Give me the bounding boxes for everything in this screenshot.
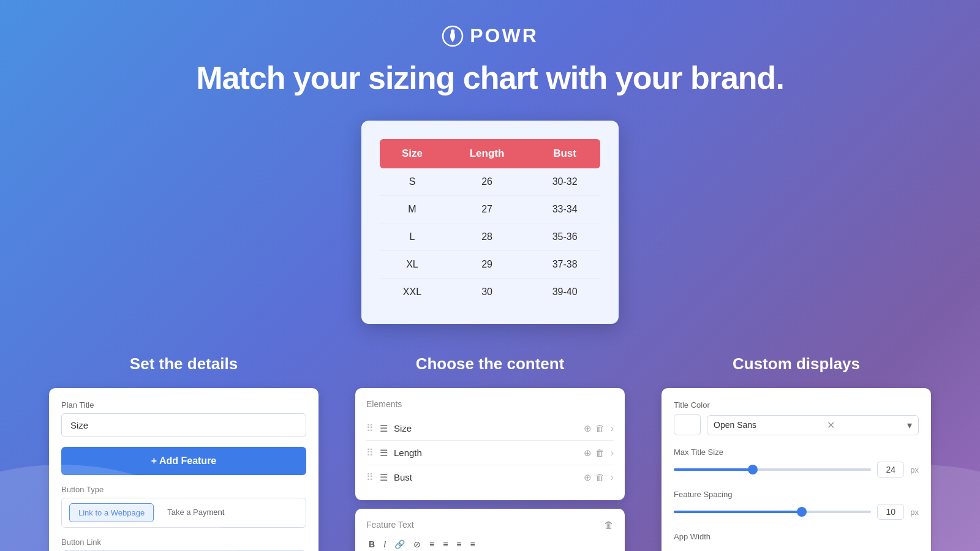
feature-text-card: Feature Text 🗑 B I 🔗 ⊘ ≡ ≡ ≡ ≡ Normal <box>355 509 625 551</box>
max-title-value[interactable]: 24 <box>877 462 904 478</box>
table-row: L2835-36 <box>380 223 600 251</box>
delete-icon[interactable]: 🗑 <box>595 423 605 434</box>
table-card: Size Length Bust S2630-32M2733-34L2835-3… <box>361 121 619 324</box>
title-color-swatch[interactable] <box>674 414 701 435</box>
button-type-group: Button Type Link to a Webpage Take a Pay… <box>61 485 306 528</box>
feature-spacing-slider-thumb[interactable] <box>797 507 807 517</box>
font-select-area[interactable]: Open Sans ✕ ▾ <box>707 415 919 435</box>
section-set-details: Set the details Plan Title + Add Feature… <box>49 354 318 551</box>
text-toolbar: B I 🔗 ⊘ ≡ ≡ ≡ ≡ <box>366 538 614 550</box>
font-close-icon[interactable]: ✕ <box>827 419 835 431</box>
max-title-slider-row: 24 px <box>674 462 919 478</box>
powr-logo-icon <box>442 25 464 47</box>
table-cell: XXL <box>380 279 445 306</box>
button-link-label: Button Link <box>61 538 306 547</box>
bottom-sections: Set the details Plan Title + Add Feature… <box>0 354 980 551</box>
table-row: XXL3039-40 <box>380 279 600 306</box>
table-cell: 28 <box>445 223 529 251</box>
max-title-unit: px <box>910 465 919 474</box>
chevron-right-icon[interactable]: › <box>611 448 614 459</box>
feature-spacing-unit: px <box>910 508 919 517</box>
table-cell: XL <box>380 251 445 279</box>
table-cell: L <box>380 223 445 251</box>
drag-handle-icon[interactable]: ⠿ <box>366 471 374 483</box>
table-cell: 33-34 <box>529 196 600 223</box>
feature-spacing-value[interactable]: 10 <box>877 504 904 520</box>
drag-handle-icon[interactable]: ⠿ <box>366 447 374 459</box>
elements-label: Elements <box>366 399 614 409</box>
list-icon: ☰ <box>380 423 388 434</box>
table-preview: Size Length Bust S2630-32M2733-34L2835-3… <box>0 121 980 324</box>
title-color-row: Open Sans ✕ ▾ <box>674 414 919 435</box>
element-name: Bust <box>394 472 578 482</box>
plan-title-input[interactable] <box>61 413 306 437</box>
set-details-card: Plan Title + Add Feature Button Type Lin… <box>49 388 318 551</box>
italic-icon[interactable]: I <box>381 538 388 550</box>
table-cell: 37-38 <box>529 251 600 279</box>
feature-text-label: Feature Text <box>366 520 414 531</box>
title-color-field: Title Color Open Sans ✕ ▾ <box>674 400 919 435</box>
custom-displays-title: Custom displays <box>662 354 931 373</box>
delete-icon[interactable]: 🗑 <box>595 448 605 459</box>
element-row[interactable]: ⠿ ☰ Length ⊕ 🗑 › <box>366 441 614 465</box>
elements-card: Elements ⠿ ☰ Size ⊕ 🗑 › ⠿ ☰ Length ⊕ 🗑 ›… <box>355 388 625 500</box>
section-custom-displays: Custom displays Title Color Open Sans ✕ … <box>662 354 931 551</box>
table-cell: 35-36 <box>529 223 600 251</box>
align-center-icon[interactable]: ≡ <box>440 538 450 550</box>
align-justify-icon[interactable]: ≡ <box>468 538 478 550</box>
col-header-bust: Bust <box>529 139 600 168</box>
list-icon: ☰ <box>380 472 388 483</box>
chevron-right-icon[interactable]: › <box>611 423 614 434</box>
copy-icon[interactable]: ⊕ <box>584 423 592 434</box>
link-icon[interactable]: 🔗 <box>392 538 407 550</box>
plan-title-group: Plan Title <box>61 400 306 437</box>
feature-spacing-field: Feature Spacing 10 px <box>674 490 919 520</box>
table-row: S2630-32 <box>380 168 600 196</box>
align-left-icon[interactable]: ≡ <box>427 538 437 550</box>
button-type-label: Button Type <box>61 485 306 494</box>
table-cell: 39-40 <box>529 279 600 306</box>
table-cell: S <box>380 168 445 196</box>
app-width-label: App Width <box>674 532 919 541</box>
add-feature-label: + Add Feature <box>151 455 217 467</box>
element-name: Length <box>394 448 578 458</box>
section-choose-content: Choose the content Elements ⠿ ☰ Size ⊕ 🗑… <box>355 354 625 551</box>
elements-list: ⠿ ☰ Size ⊕ 🗑 › ⠿ ☰ Length ⊕ 🗑 › ⠿ ☰ Bust… <box>366 416 614 489</box>
table-cell: 26 <box>445 168 529 196</box>
delete-icon[interactable]: 🗑 <box>595 472 605 483</box>
title-color-label: Title Color <box>674 400 919 410</box>
feature-text-delete-icon[interactable]: 🗑 <box>604 520 614 531</box>
drag-handle-icon[interactable]: ⠿ <box>366 422 374 434</box>
svg-point-3 <box>451 29 454 33</box>
max-title-size-field: Max Title Size 24 px <box>674 448 919 478</box>
max-title-size-label: Max Title Size <box>674 448 919 457</box>
feature-spacing-label: Feature Spacing <box>674 490 919 499</box>
button-link-group: Button Link <box>61 538 306 551</box>
font-dropdown-icon[interactable]: ▾ <box>907 419 912 431</box>
custom-displays-card: Title Color Open Sans ✕ ▾ Max Title Size <box>662 388 931 551</box>
table-cell: 29 <box>445 251 529 279</box>
list-icon: ☰ <box>380 448 388 459</box>
max-title-slider-thumb[interactable] <box>748 465 758 474</box>
button-type-webpage[interactable]: Link to a Webpage <box>69 503 154 522</box>
button-type-options: Link to a Webpage Take a Payment <box>61 498 306 528</box>
button-type-payment[interactable]: Take a Payment <box>159 503 233 522</box>
copy-icon[interactable]: ⊕ <box>584 472 592 483</box>
feature-spacing-slider-fill <box>674 511 802 513</box>
align-right-icon[interactable]: ≡ <box>454 538 464 550</box>
element-row[interactable]: ⠿ ☰ Size ⊕ 🗑 › <box>366 416 614 441</box>
bold-icon[interactable]: B <box>366 538 377 550</box>
unlink-icon[interactable]: ⊘ <box>411 538 423 550</box>
chevron-right-icon[interactable]: › <box>611 472 614 483</box>
element-row[interactable]: ⠿ ☰ Bust ⊕ 🗑 › <box>366 465 614 489</box>
add-feature-button[interactable]: + Add Feature <box>61 447 306 475</box>
page-headline: Match your sizing chart with your brand. <box>0 59 980 96</box>
col-header-size: Size <box>380 139 445 168</box>
sizing-table: Size Length Bust S2630-32M2733-34L2835-3… <box>380 139 600 305</box>
header: POWR Match your sizing chart with your b… <box>0 0 980 96</box>
max-title-slider-track[interactable] <box>674 468 871 471</box>
choose-content-title: Choose the content <box>355 354 625 373</box>
feature-spacing-slider-track[interactable] <box>674 511 871 513</box>
feature-text-header: Feature Text 🗑 <box>366 520 614 531</box>
copy-icon[interactable]: ⊕ <box>584 448 592 459</box>
